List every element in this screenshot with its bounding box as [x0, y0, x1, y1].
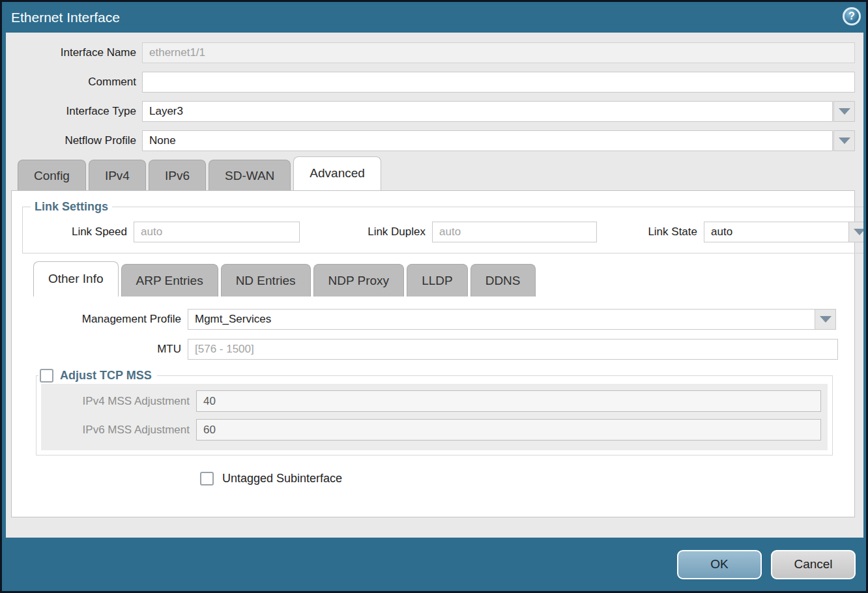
adjust-tcp-mss-checkbox[interactable]	[40, 369, 53, 383]
ipv6-mss-row: IPv6 MSS Adjustment	[41, 419, 821, 441]
netflow-profile-dropdown-button[interactable]	[833, 130, 855, 151]
ipv6-mss-field[interactable]	[196, 419, 821, 441]
interface-name-row: Interface Name	[11, 42, 855, 63]
netflow-profile-combo	[142, 130, 855, 151]
help-icon[interactable]: ?	[843, 7, 861, 25]
tab-arp-entries[interactable]: ARP Entries	[121, 264, 218, 296]
management-profile-row: Management Profile Mgmt_Services	[12, 309, 836, 330]
main-tabstrip: Config IPv4 IPv6 SD-WAN Advanced	[11, 160, 855, 190]
untagged-subinterface-label: Untagged Subinterface	[222, 472, 342, 485]
advanced-inner-tabstrip: Other Info ARP Entries ND Entries NDP Pr…	[12, 264, 854, 296]
link-duplex-label: Link Duplex	[331, 225, 426, 239]
untagged-subinterface-row: Untagged Subinterface	[200, 472, 854, 485]
tab-sdwan[interactable]: SD-WAN	[209, 160, 291, 190]
ok-button[interactable]: OK	[677, 550, 762, 579]
adjust-tcp-mss-legend: Adjust TCP MSS	[38, 369, 157, 383]
mtu-row: MTU	[12, 339, 838, 360]
link-settings-row: Link Speed Link Duplex Link State auto	[23, 222, 863, 242]
link-state-dropdown-button[interactable]	[848, 222, 863, 242]
netflow-profile-row: Netflow Profile	[11, 130, 855, 151]
interface-name-field	[142, 42, 855, 63]
chevron-down-icon	[839, 108, 850, 115]
management-profile-dropdown-button[interactable]	[815, 310, 835, 329]
tab-other-info[interactable]: Other Info	[33, 261, 119, 296]
tab-config[interactable]: Config	[18, 160, 86, 190]
ipv4-mss-row: IPv4 MSS Adjustment	[41, 390, 821, 412]
netflow-profile-label: Netflow Profile	[11, 134, 136, 147]
interface-type-row: Interface Type	[11, 101, 855, 122]
tab-ndp-proxy[interactable]: NDP Proxy	[313, 264, 405, 296]
management-profile-value: Mgmt_Services	[188, 310, 815, 329]
ethernet-interface-dialog: Ethernet Interface ? Interface Name Comm…	[0, 0, 868, 593]
advanced-tab-panel: Link Settings Link Speed Link Duplex Lin…	[11, 190, 855, 517]
management-profile-label: Management Profile	[12, 313, 181, 326]
mtu-field[interactable]	[188, 339, 838, 360]
adjust-tcp-mss-legend-text: Adjust TCP MSS	[60, 369, 152, 383]
mss-disabled-area: IPv4 MSS Adjustment IPv6 MSS Adjustment	[41, 384, 828, 450]
link-settings-legend: Link Settings	[31, 200, 112, 214]
dialog-body: Interface Name Comment Interface Type Ne…	[6, 33, 863, 538]
adjust-tcp-mss-fieldset: Adjust TCP MSS IPv4 MSS Adjustment IPv6 …	[36, 369, 833, 456]
tab-ddns[interactable]: DDNS	[470, 264, 536, 296]
tab-advanced[interactable]: Advanced	[293, 156, 381, 190]
link-state-dropdown[interactable]: auto	[704, 222, 863, 242]
interface-type-combo	[142, 101, 855, 122]
link-speed-label: Link Speed	[23, 225, 127, 239]
comment-field[interactable]	[142, 72, 855, 93]
link-duplex-field[interactable]	[432, 222, 597, 242]
dialog-titlebar: Ethernet Interface ?	[2, 2, 866, 33]
ipv4-mss-field[interactable]	[196, 390, 821, 412]
link-state-label: Link State	[640, 225, 697, 239]
untagged-subinterface-checkbox[interactable]	[200, 472, 214, 485]
ipv4-mss-label: IPv4 MSS Adjustment	[41, 395, 190, 408]
link-settings-fieldset: Link Settings Link Speed Link Duplex Lin…	[22, 200, 863, 253]
dialog-title: Ethernet Interface	[11, 10, 120, 25]
ipv6-mss-label: IPv6 MSS Adjustment	[41, 424, 190, 437]
chevron-down-icon	[820, 316, 832, 323]
chevron-down-icon	[854, 229, 864, 235]
interface-type-label: Interface Type	[11, 105, 136, 118]
link-speed-field[interactable]	[134, 222, 300, 242]
interface-type-field[interactable]	[142, 101, 833, 122]
interface-type-dropdown-button[interactable]	[833, 101, 855, 122]
cancel-button[interactable]: Cancel	[771, 550, 856, 579]
mtu-label: MTU	[12, 343, 181, 356]
chevron-down-icon	[839, 137, 850, 144]
tab-lldp[interactable]: LLDP	[407, 264, 468, 296]
link-state-value: auto	[704, 222, 848, 242]
tab-nd-entries[interactable]: ND Entries	[221, 264, 311, 296]
tab-ipv6[interactable]: IPv6	[149, 160, 206, 190]
interface-name-label: Interface Name	[11, 46, 136, 59]
dialog-footer: OK Cancel	[2, 538, 866, 591]
comment-row: Comment	[11, 72, 855, 93]
management-profile-dropdown[interactable]: Mgmt_Services	[188, 309, 836, 330]
tab-ipv4[interactable]: IPv4	[89, 160, 146, 190]
comment-label: Comment	[11, 76, 136, 89]
netflow-profile-field[interactable]	[142, 130, 833, 151]
